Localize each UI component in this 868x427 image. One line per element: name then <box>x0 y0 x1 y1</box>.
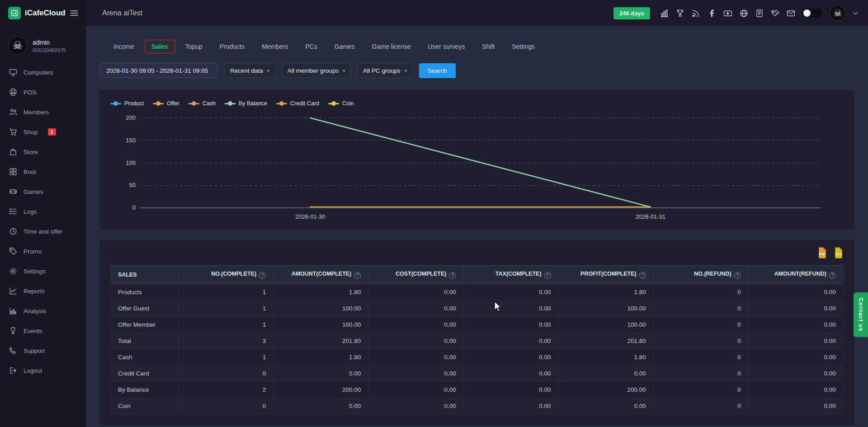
member-groups-select[interactable]: All member groups ▾ <box>282 63 351 78</box>
legend-marker-icon <box>189 101 199 106</box>
column-header: AMOUNT(REFUND)? <box>748 266 843 284</box>
sidebar-item-shop[interactable]: Shop 1 <box>0 122 86 142</box>
sidebar: ☠ admin 005193482475 Computers POS Membe… <box>0 26 86 427</box>
cell-value: 0 <box>653 300 748 317</box>
legend-label: By Balance <box>239 100 267 107</box>
cell-value: 0.00 <box>748 349 843 366</box>
cell-value: 1.80 <box>558 284 653 300</box>
cell-value: 3 <box>179 333 274 349</box>
sidebar-item-boot[interactable]: Boot <box>0 162 86 182</box>
sidebar-item-support[interactable]: Support <box>0 341 86 361</box>
help-icon[interactable]: ? <box>639 272 646 279</box>
trophy-icon[interactable] <box>676 9 684 18</box>
user-block[interactable]: ☠ admin 005193482475 <box>0 26 86 62</box>
help-icon[interactable]: ? <box>449 272 456 279</box>
rss-icon[interactable] <box>692 9 700 18</box>
icafecloud-logo[interactable]: iCafeCloud <box>8 7 66 19</box>
sidebar-nav: Computers POS Members Shop 1 Store Boot … <box>0 62 86 380</box>
cell-value: 1 <box>179 349 274 366</box>
analytics-icon[interactable] <box>660 9 669 18</box>
cell-value: 0 <box>653 284 748 300</box>
tab-settings[interactable]: Settings <box>505 40 542 53</box>
tab-sales[interactable]: Sales <box>145 40 175 53</box>
export-excel-icon[interactable]: XLS <box>834 247 844 259</box>
cell-value: 100.00 <box>274 317 368 333</box>
chevron-down-icon[interactable] <box>853 12 858 15</box>
shop-cart-icon <box>9 128 17 136</box>
svg-text:150: 150 <box>126 137 136 144</box>
globe-icon[interactable] <box>740 9 748 18</box>
topbar-right: 246 days ☠ <box>613 5 868 21</box>
pc-groups-select[interactable]: All PC groups ▾ <box>357 63 413 78</box>
tab-members[interactable]: Members <box>255 40 295 53</box>
svg-text:XLS: XLS <box>835 253 842 256</box>
row-label: Offer Member <box>111 317 179 333</box>
theme-toggle[interactable] <box>802 9 822 18</box>
help-icon[interactable]: ? <box>354 272 361 279</box>
export-pdf-icon[interactable]: PDF <box>817 247 827 259</box>
hamburger-menu-icon[interactable] <box>70 9 79 17</box>
sidebar-item-logs[interactable]: Logs <box>0 202 86 221</box>
cell-value: 100.00 <box>558 317 653 333</box>
cafe-name-title: Arena aiTest <box>102 9 142 17</box>
help-icon[interactable]: ? <box>734 272 741 279</box>
svg-text:200: 200 <box>126 114 136 121</box>
help-icon[interactable]: ? <box>829 272 836 279</box>
date-range-input[interactable]: 2026-01-30 09:05 - 2026-01-31 09:05 <box>99 63 218 78</box>
members-icon <box>9 108 17 116</box>
contact-us-button[interactable]: Contact us <box>854 292 868 337</box>
docs-icon[interactable] <box>755 9 764 18</box>
tabs-bar: IncomeSalesTopupProductsMembersPCsGamesG… <box>107 40 854 53</box>
sidebar-item-settings[interactable]: Settings <box>0 261 86 281</box>
tab-game-license[interactable]: Game license <box>365 40 418 53</box>
sidebar-item-pos[interactable]: POS <box>0 82 86 102</box>
tab-products[interactable]: Products <box>213 40 251 53</box>
sidebar-item-analysis[interactable]: Analysis <box>0 301 86 321</box>
chevron-down-icon: ▾ <box>267 68 269 73</box>
svg-text:50: 50 <box>129 182 136 188</box>
legend-item-by-balance[interactable]: By Balance <box>225 100 267 107</box>
license-days-badge[interactable]: 246 days <box>613 7 650 19</box>
tab-topup[interactable]: Topup <box>179 40 209 53</box>
data-mode-select[interactable]: Recent data ▾ <box>224 63 275 78</box>
tab-pcs[interactable]: PCs <box>298 40 324 53</box>
help-icon[interactable]: ? <box>259 272 266 279</box>
legend-label: Coin <box>342 100 354 107</box>
help-icon[interactable]: ? <box>544 272 551 279</box>
sidebar-item-logout[interactable]: Logout <box>0 361 86 380</box>
cell-value: 0.00 <box>463 300 558 317</box>
bar-chart-icon <box>9 307 17 315</box>
cell-value: 1.80 <box>274 284 368 300</box>
legend-item-product[interactable]: Product <box>110 100 144 107</box>
cell-value: 0.00 <box>748 366 843 382</box>
sidebar-item-store[interactable]: Store <box>0 142 86 162</box>
legend-item-coin[interactable]: Coin <box>328 100 354 107</box>
column-header: AMOUNT(COMPLETE)? <box>274 266 368 284</box>
tab-shift[interactable]: Shift <box>475 40 501 53</box>
brand-text: iCafeCloud <box>25 9 66 18</box>
sidebar-item-reports[interactable]: Reports <box>0 281 86 301</box>
legend-item-credit-card[interactable]: Credit Card <box>276 100 319 107</box>
tab-income[interactable]: Income <box>107 40 141 53</box>
table-row: Credit Card00.000.000.000.0000.00 <box>111 366 844 382</box>
tab-games[interactable]: Games <box>328 40 362 53</box>
legend-item-offer[interactable]: Offer <box>153 100 179 107</box>
mail-icon[interactable] <box>787 9 795 18</box>
youtube-icon[interactable] <box>723 9 732 18</box>
sidebar-item-computers[interactable]: Computers <box>0 62 86 82</box>
search-button[interactable]: Search <box>419 63 456 78</box>
cell-value: 0.00 <box>368 366 463 382</box>
legend-marker-icon <box>110 101 121 106</box>
tags-icon[interactable] <box>771 9 779 18</box>
sidebar-item-promo[interactable]: Promo <box>0 241 86 261</box>
legend-item-cash[interactable]: Cash <box>189 100 216 107</box>
facebook-icon[interactable] <box>708 9 716 18</box>
sidebar-item-events[interactable]: Events <box>0 321 86 341</box>
cell-value: 0.00 <box>463 398 558 414</box>
sidebar-item-time-and-offer[interactable]: Time and offer <box>0 221 86 241</box>
row-label: Credit Card <box>111 366 179 382</box>
user-avatar[interactable]: ☠ <box>830 5 846 21</box>
tab-user-surveys[interactable]: User surveys <box>421 40 472 53</box>
sidebar-item-games[interactable]: Games <box>0 182 86 202</box>
sidebar-item-members[interactable]: Members <box>0 102 86 122</box>
